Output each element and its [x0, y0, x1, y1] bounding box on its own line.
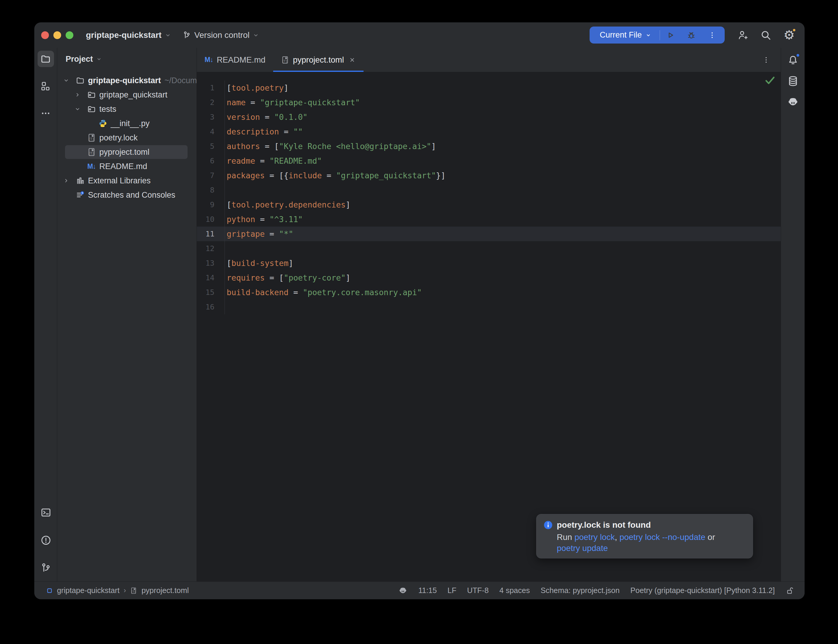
code-with-me-button[interactable]: [735, 28, 750, 43]
code-line[interactable]: 8: [197, 183, 781, 197]
tree-row[interactable]: tests: [57, 102, 197, 116]
git-tool-button[interactable]: [38, 560, 54, 576]
toml-file-icon: [T]: [130, 587, 137, 594]
code-editor[interactable]: 1[tool.poetry]2name = "griptape-quicksta…: [197, 72, 781, 582]
code-line[interactable]: 14requires = ["poetry-core"]: [197, 270, 781, 285]
more-run-options-button[interactable]: [702, 31, 723, 39]
settings-button[interactable]: ⚙︎: [781, 28, 797, 43]
project-widget[interactable]: griptape-quickstart: [86, 30, 171, 40]
add-user-icon: [737, 30, 748, 41]
tab-options-button[interactable]: [762, 48, 770, 72]
project-panel: Project griptape-quickstart~/Documegript…: [57, 48, 197, 582]
code-line[interactable]: 12: [197, 241, 781, 256]
code-text: build-backend = "poetry.core.masonry.api…: [225, 288, 422, 297]
code-line[interactable]: 3version = "0.1.0": [197, 110, 781, 124]
project-panel-header[interactable]: Project: [57, 48, 197, 71]
code-line[interactable]: 1[tool.poetry]: [197, 80, 781, 95]
code-line[interactable]: 7packages = [{include = "griptape_quicks…: [197, 168, 781, 183]
tree-row[interactable]: __init__.py: [57, 116, 197, 131]
chevron-down-icon: [164, 32, 171, 38]
code-line[interactable]: 10python = "^3.11": [197, 212, 781, 227]
copilot-status-button[interactable]: [398, 586, 407, 595]
code-text: [build-system]: [225, 258, 293, 268]
code-text: packages = [{include = "griptape_quickst…: [225, 171, 445, 180]
notification-badge: [796, 53, 800, 58]
readonly-toggle[interactable]: [785, 586, 794, 595]
line-number: 6: [197, 154, 225, 168]
tree-row[interactable]: griptape_quickstart: [57, 88, 197, 102]
breadcrumb-file[interactable]: pyproject.toml: [141, 586, 189, 595]
interpreter-widget[interactable]: Poetry (griptape-quickstart) [Python 3.1…: [631, 586, 775, 595]
code-line[interactable]: 13[build-system]: [197, 256, 781, 270]
notification-text: or: [705, 532, 715, 542]
code-line[interactable]: 6readme = "README.md": [197, 154, 781, 168]
kebab-icon: [762, 56, 770, 64]
notification-link[interactable]: poetry lock --no-update: [619, 532, 705, 542]
tab-label: README.md: [217, 55, 266, 65]
markdown-icon: M↓: [87, 163, 97, 171]
tab-pyproject[interactable]: [T] pyproject.toml: [273, 48, 363, 72]
run-widget[interactable]: Current File: [590, 26, 725, 44]
structure-tool-button[interactable]: [38, 78, 54, 94]
svg-text:[T]: [T]: [88, 137, 94, 141]
notifications-button[interactable]: [785, 52, 801, 69]
project-icon: [46, 587, 53, 594]
line-number: 12: [197, 241, 225, 256]
tree-row[interactable]: [T]pyproject.toml: [57, 145, 197, 159]
code-line[interactable]: 4description = "": [197, 124, 781, 139]
inspections-ok-widget[interactable]: [764, 76, 776, 85]
debug-button[interactable]: [681, 30, 702, 40]
chevron-right-icon[interactable]: [74, 92, 87, 98]
line-number: 11: [197, 227, 225, 241]
chevron-right-icon[interactable]: [63, 177, 75, 184]
database-tool-button[interactable]: [785, 73, 801, 89]
run-button[interactable]: [660, 30, 681, 40]
close-window-button[interactable]: [41, 31, 49, 39]
code-text: [tool.poetry]: [225, 83, 288, 92]
code-line[interactable]: 15build-backend = "poetry.core.masonry.a…: [197, 285, 781, 300]
more-tool-windows-button[interactable]: [38, 105, 54, 122]
tree-row[interactable]: griptape-quickstart~/Docume: [57, 73, 197, 88]
code-line[interactable]: 2name = "griptape-quickstart": [197, 95, 781, 110]
tree-row[interactable]: M↓README.md: [57, 159, 197, 174]
check-icon: [764, 76, 776, 85]
project-widget-label: griptape-quickstart: [86, 30, 162, 40]
folder-icon: [75, 76, 85, 85]
minimize-window-button[interactable]: [53, 31, 61, 39]
notification-body: Run poetry lock, poetry lock --no-update…: [557, 532, 746, 554]
indent-widget[interactable]: 4 spaces: [500, 586, 530, 595]
problems-tool-button[interactable]: [38, 532, 54, 548]
encoding-widget[interactable]: UTF-8: [467, 586, 488, 595]
code-line[interactable]: 5authors = ["Kyle Roche <hello@griptape.…: [197, 139, 781, 154]
chevron-down-icon[interactable]: [74, 106, 87, 112]
notification-link[interactable]: poetry lock: [574, 532, 615, 542]
svg-text:[T]: [T]: [88, 151, 94, 155]
copilot-tool-button[interactable]: [785, 94, 801, 110]
line-number: 5: [197, 139, 225, 154]
tree-row[interactable]: External Libraries: [57, 174, 197, 188]
notification-link[interactable]: poetry update: [557, 544, 608, 553]
code-line[interactable]: 9[tool.poetry.dependencies]: [197, 197, 781, 212]
vcs-widget[interactable]: Version control: [182, 30, 259, 40]
tree-row[interactable]: [T]poetry.lock: [57, 131, 197, 145]
structure-icon: [40, 81, 51, 92]
project-tool-button[interactable]: [38, 51, 54, 67]
tree-row[interactable]: Scratches and Consoles: [57, 188, 197, 202]
search-everywhere-button[interactable]: [758, 28, 774, 43]
cursor-position-widget[interactable]: 11:15: [418, 586, 437, 595]
left-rail-bottom: [34, 501, 57, 576]
svg-text:[T]: [T]: [282, 59, 288, 62]
zoom-window-button[interactable]: [66, 31, 73, 39]
chevron-down-icon[interactable]: [63, 77, 75, 84]
notification-balloon[interactable]: poetry.lock is not found Run poetry lock…: [536, 514, 753, 559]
close-tab-icon[interactable]: [348, 56, 356, 64]
terminal-tool-button[interactable]: [38, 504, 54, 521]
code-text: name = "griptape-quickstart": [225, 98, 360, 107]
breadcrumb-project[interactable]: griptape-quickstart: [57, 586, 120, 595]
schema-widget[interactable]: Schema: pyproject.json: [541, 586, 620, 595]
folder-dot-icon: [87, 105, 97, 113]
code-line[interactable]: 16: [197, 300, 781, 314]
code-line[interactable]: 11griptape = "*": [197, 227, 781, 241]
line-separator-widget[interactable]: LF: [448, 586, 457, 595]
tab-readme[interactable]: M↓ README.md: [197, 48, 273, 72]
